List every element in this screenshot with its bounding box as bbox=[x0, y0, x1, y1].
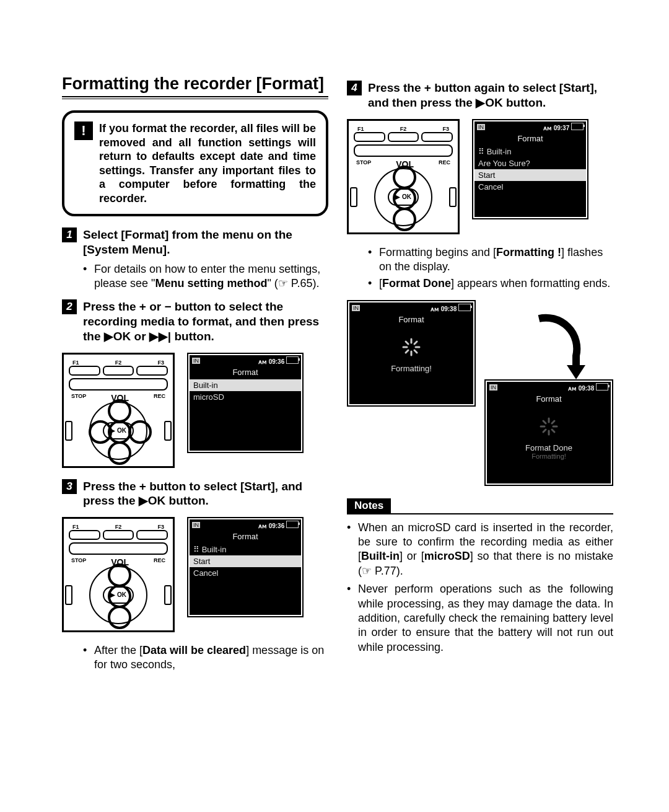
lcd-screen-a: IN ᴀᴍ 09:36 Format Built-in microSD bbox=[187, 353, 304, 453]
circle-up-icon bbox=[108, 563, 131, 587]
list-item: microSD bbox=[190, 391, 301, 403]
notes-header: Notes bbox=[347, 498, 613, 514]
spinner-icon bbox=[487, 406, 611, 439]
list-item: Cancel bbox=[474, 181, 586, 193]
svg-line-5 bbox=[414, 350, 417, 353]
circle-right-icon bbox=[128, 420, 152, 444]
lcd-screen-e: IN ᴀᴍ 09:38 Format bbox=[484, 379, 613, 486]
play-icon: ▶ bbox=[139, 494, 148, 507]
arrow-icon bbox=[527, 306, 595, 387]
circle-down-icon bbox=[108, 606, 131, 629]
warning-box: ! If you format the recorder, all files … bbox=[62, 110, 328, 216]
spinner-icon bbox=[349, 327, 473, 360]
lcd-screen-d: IN ᴀᴍ 09:38 Format bbox=[347, 300, 476, 407]
circle-ok-icon bbox=[393, 187, 416, 210]
lcd-screen-b: IN ᴀᴍ 09:36 Format ⠿ Built-in Start Canc… bbox=[187, 517, 304, 617]
svg-line-13 bbox=[543, 421, 546, 423]
step-4-bullets: Formatting begins and [Formatting !] fla… bbox=[368, 245, 613, 291]
svg-line-14 bbox=[552, 430, 554, 432]
fwd-icon: ▶▶ bbox=[149, 330, 168, 343]
svg-line-4 bbox=[406, 342, 408, 344]
exclamation-icon: ! bbox=[74, 121, 93, 140]
step-2: 2 Press the + or − button to select the … bbox=[62, 299, 328, 343]
note-item: When an microSD card is inserted in the … bbox=[347, 521, 613, 579]
circle-ok-icon bbox=[108, 585, 131, 608]
step-num-1: 1 bbox=[62, 227, 77, 242]
device-panel-c: F1 F2 F3 STOP VOL REC bbox=[347, 119, 460, 234]
circle-down-icon bbox=[393, 208, 416, 231]
svg-line-6 bbox=[406, 350, 408, 353]
step-num-4: 4 bbox=[347, 81, 362, 95]
svg-line-15 bbox=[543, 430, 546, 432]
step-4-text: Press the + button again to select [Star… bbox=[368, 81, 613, 110]
display-button[interactable] bbox=[69, 378, 168, 391]
title-rule bbox=[62, 96, 328, 99]
device-panel-b: F1 F2 F3 STOP VOL REC bbox=[62, 517, 175, 632]
step-4: 4 Press the + button again to select [St… bbox=[347, 81, 613, 110]
step-1-bullets: For details on how to enter the menu set… bbox=[83, 262, 328, 291]
circle-ok-icon bbox=[108, 420, 131, 444]
device-panel-a: F1 F2 F3 STOP VOL REC bbox=[62, 353, 175, 468]
f1-button[interactable] bbox=[69, 366, 100, 376]
battery-icon bbox=[286, 356, 299, 364]
step-1: 1 Select [Format] from the menu on the [… bbox=[62, 227, 328, 257]
step-num-3: 3 bbox=[62, 479, 77, 494]
figure-row-b: F1 F2 F3 STOP VOL REC bbox=[62, 517, 328, 632]
lcd-screen-c: IN ᴀᴍ 09:37 Format ⠿ Built-in Are You Su… bbox=[472, 119, 588, 219]
svg-marker-8 bbox=[567, 365, 585, 379]
stop-button[interactable] bbox=[65, 421, 72, 441]
step-3: 3 Press the + button to select [Start], … bbox=[62, 479, 328, 509]
rec-button[interactable] bbox=[164, 421, 172, 441]
page-title: Formatting the recorder [Format] bbox=[62, 74, 328, 94]
step-1-text: Select [Format] from the menu on the [Sy… bbox=[83, 227, 328, 257]
step-3-bullets: After the [Data will be cleared] message… bbox=[83, 643, 328, 673]
f3-button[interactable] bbox=[136, 366, 168, 376]
step-num-2: 2 bbox=[62, 299, 77, 314]
svg-line-16 bbox=[552, 421, 554, 423]
step-3-text: Press the + button to select [Start], an… bbox=[83, 479, 328, 509]
circle-up-icon bbox=[108, 399, 131, 423]
notes-label: Notes bbox=[347, 498, 391, 513]
list-item: Built-in bbox=[190, 379, 301, 391]
f2-button[interactable] bbox=[103, 366, 134, 376]
battery-icon bbox=[596, 383, 608, 391]
lcd-sequence: IN ᴀᴍ 09:38 Format bbox=[347, 300, 613, 486]
battery-icon bbox=[286, 521, 299, 528]
warning-text: If you format the recorder, all files wi… bbox=[99, 121, 316, 205]
notes-list: When an microSD card is inserted in the … bbox=[347, 521, 613, 655]
list-item: Cancel bbox=[190, 567, 301, 579]
circle-down-icon bbox=[108, 441, 131, 465]
list-item: Start bbox=[474, 169, 586, 181]
svg-line-7 bbox=[414, 342, 417, 344]
figure-row-a: F1 F2 F3 STOP VOL REC bbox=[62, 353, 328, 468]
step-2-text: Press the + or − button to select the re… bbox=[83, 299, 328, 343]
battery-icon bbox=[458, 304, 471, 311]
battery-icon bbox=[571, 123, 584, 130]
play-icon: ▶ bbox=[104, 330, 113, 343]
play-icon: ▶ bbox=[476, 96, 485, 109]
list-item: Start bbox=[190, 555, 301, 567]
note-item: Never perform operations such as the fol… bbox=[347, 582, 613, 655]
circle-up-icon bbox=[393, 165, 416, 189]
figure-row-c: F1 F2 F3 STOP VOL REC bbox=[347, 119, 613, 234]
